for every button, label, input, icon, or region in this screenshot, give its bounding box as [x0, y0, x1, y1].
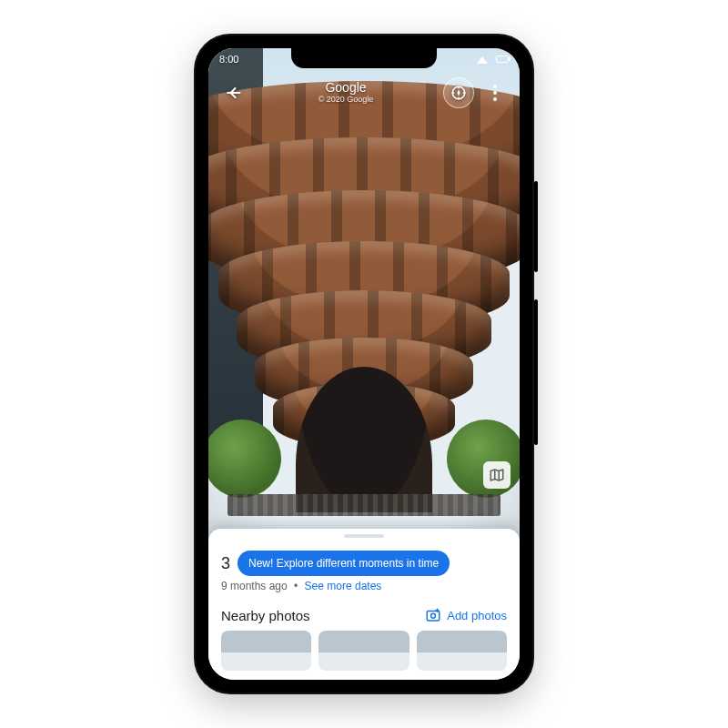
photo-age: 9 months ago — [221, 580, 288, 592]
phone-frame: 8:00 Google © 2020 Google — [196, 35, 532, 693]
side-button — [534, 181, 538, 272]
bottom-sheet[interactable]: 3 New! Explore different moments in time… — [208, 529, 520, 680]
status-time: 8:00 — [219, 54, 238, 65]
compass-icon — [450, 85, 467, 101]
header-title-block: Google © 2020 Google — [318, 81, 374, 104]
battery-icon — [496, 56, 509, 63]
streetview-header: Google © 2020 Google — [208, 70, 520, 116]
signal-icon — [477, 56, 488, 64]
status-indicators — [471, 54, 509, 65]
status-bar: 8:00 — [208, 48, 520, 70]
svg-rect-1 — [427, 612, 440, 622]
overflow-button[interactable] — [480, 77, 511, 108]
nearby-thumbnail[interactable] — [417, 631, 507, 671]
new-feature-bubble[interactable]: New! Explore different moments in time — [238, 551, 450, 576]
tree-icon — [208, 420, 281, 498]
photo-meta: 9 months ago • See more dates — [208, 576, 520, 602]
add-photo-icon — [425, 607, 441, 623]
more-vert-icon — [493, 85, 497, 101]
back-button[interactable] — [217, 77, 248, 108]
mini-map-button[interactable] — [483, 461, 511, 489]
nearby-thumbnail[interactable] — [221, 631, 311, 671]
header-title: Google — [318, 81, 374, 95]
compass-button[interactable] — [443, 77, 474, 108]
dates-count: 3 — [221, 554, 230, 573]
add-photos-label: Add photos — [447, 609, 507, 622]
see-more-dates-link[interactable]: See more dates — [305, 580, 382, 592]
add-photos-button[interactable]: Add photos — [425, 607, 507, 623]
crowd-silhouette — [228, 494, 501, 516]
nearby-thumbnail[interactable] — [318, 631, 409, 671]
map-icon — [489, 467, 505, 483]
arrow-left-icon — [224, 84, 242, 102]
header-subtitle: © 2020 Google — [318, 96, 374, 105]
screen: 8:00 Google © 2020 Google — [208, 48, 520, 680]
nearby-thumbs — [208, 631, 520, 680]
nearby-heading: Nearby photos — [221, 608, 310, 623]
svg-point-2 — [431, 613, 436, 618]
side-button — [534, 299, 538, 445]
